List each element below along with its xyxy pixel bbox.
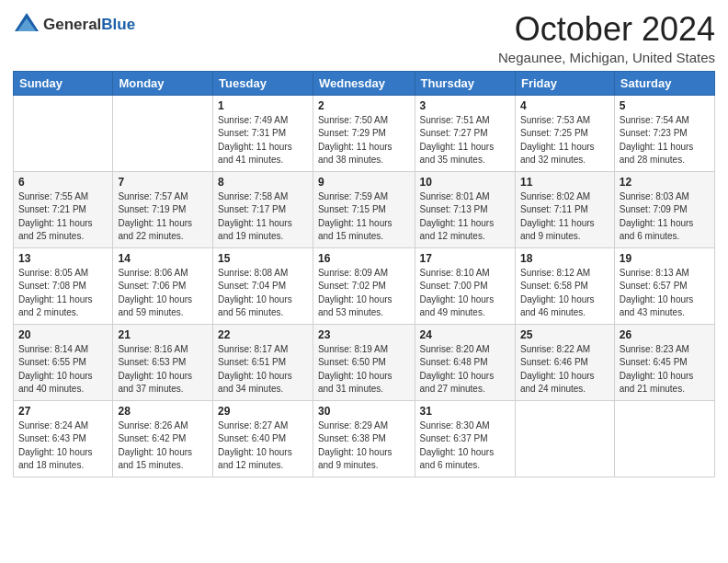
day-info: Sunrise: 7:53 AM Sunset: 7:25 PM Dayligh… [520, 114, 609, 167]
weekday-header: Tuesday [213, 71, 313, 95]
day-number: 5 [620, 99, 710, 112]
day-info: Sunrise: 7:50 AM Sunset: 7:29 PM Dayligh… [318, 114, 410, 167]
day-info: Sunrise: 8:16 AM Sunset: 6:53 PM Dayligh… [118, 343, 208, 396]
day-info: Sunrise: 7:49 AM Sunset: 7:31 PM Dayligh… [218, 114, 308, 167]
day-number: 13 [18, 252, 108, 265]
day-number: 11 [520, 176, 609, 189]
day-number: 16 [318, 252, 410, 265]
day-info: Sunrise: 8:23 AM Sunset: 6:45 PM Dayligh… [620, 343, 710, 396]
day-number: 7 [118, 176, 208, 189]
day-number: 15 [218, 252, 308, 265]
day-info: Sunrise: 7:57 AM Sunset: 7:19 PM Dayligh… [118, 190, 208, 244]
weekday-header-row: SundayMondayTuesdayWednesdayThursdayFrid… [14, 71, 715, 95]
day-info: Sunrise: 8:20 AM Sunset: 6:48 PM Dayligh… [420, 343, 510, 396]
day-info: Sunrise: 8:13 AM Sunset: 6:57 PM Dayligh… [620, 267, 710, 320]
calendar-cell: 30Sunrise: 8:29 AM Sunset: 6:38 PM Dayli… [313, 400, 415, 477]
day-info: Sunrise: 7:58 AM Sunset: 7:17 PM Dayligh… [218, 190, 308, 244]
logo-area: GeneralBlue [13, 11, 135, 39]
day-info: Sunrise: 8:29 AM Sunset: 6:38 PM Dayligh… [318, 419, 410, 473]
logo-icon [13, 11, 40, 39]
day-number: 10 [420, 176, 510, 189]
weekday-header: Monday [113, 71, 213, 95]
calendar-cell: 18Sunrise: 8:12 AM Sunset: 6:58 PM Dayli… [515, 247, 614, 324]
calendar-cell: 1Sunrise: 7:49 AM Sunset: 7:31 PM Daylig… [213, 95, 313, 171]
calendar-cell: 17Sunrise: 8:10 AM Sunset: 7:00 PM Dayli… [415, 247, 515, 324]
day-info: Sunrise: 8:02 AM Sunset: 7:11 PM Dayligh… [520, 190, 609, 244]
day-number: 12 [620, 176, 710, 189]
day-number: 1 [218, 99, 308, 112]
day-number: 8 [218, 176, 308, 189]
calendar-cell [515, 400, 614, 477]
day-info: Sunrise: 8:30 AM Sunset: 6:37 PM Dayligh… [420, 419, 510, 473]
day-info: Sunrise: 8:24 AM Sunset: 6:43 PM Dayligh… [18, 419, 108, 473]
logo-text: GeneralBlue [43, 16, 135, 34]
weekday-header: Thursday [415, 71, 515, 95]
calendar-cell: 25Sunrise: 8:22 AM Sunset: 6:46 PM Dayli… [515, 324, 614, 400]
calendar-cell: 22Sunrise: 8:17 AM Sunset: 6:51 PM Dayli… [213, 324, 313, 400]
day-info: Sunrise: 8:09 AM Sunset: 7:02 PM Dayligh… [318, 267, 410, 320]
calendar-cell: 23Sunrise: 8:19 AM Sunset: 6:50 PM Dayli… [313, 324, 415, 400]
day-number: 19 [620, 252, 710, 265]
calendar-cell: 26Sunrise: 8:23 AM Sunset: 6:45 PM Dayli… [614, 324, 714, 400]
day-number: 27 [18, 405, 108, 418]
calendar-week-row: 6Sunrise: 7:55 AM Sunset: 7:21 PM Daylig… [14, 171, 715, 247]
day-info: Sunrise: 8:08 AM Sunset: 7:04 PM Dayligh… [218, 267, 308, 320]
calendar-cell: 29Sunrise: 8:27 AM Sunset: 6:40 PM Dayli… [213, 400, 313, 477]
day-info: Sunrise: 7:59 AM Sunset: 7:15 PM Dayligh… [318, 190, 410, 244]
calendar-cell [614, 400, 714, 477]
day-number: 31 [420, 405, 510, 418]
day-info: Sunrise: 8:17 AM Sunset: 6:51 PM Dayligh… [218, 343, 308, 396]
day-number: 2 [318, 99, 410, 112]
day-number: 4 [520, 99, 609, 112]
calendar-week-row: 27Sunrise: 8:24 AM Sunset: 6:43 PM Dayli… [14, 400, 715, 477]
day-info: Sunrise: 7:51 AM Sunset: 7:27 PM Dayligh… [420, 114, 510, 167]
title-area: October 2024 Negaunee, Michigan, United … [498, 11, 715, 65]
day-info: Sunrise: 8:05 AM Sunset: 7:08 PM Dayligh… [18, 267, 108, 320]
calendar-cell: 8Sunrise: 7:58 AM Sunset: 7:17 PM Daylig… [213, 171, 313, 247]
day-number: 14 [118, 252, 208, 265]
day-number: 30 [318, 405, 410, 418]
weekday-header: Friday [515, 71, 614, 95]
logo-general: General [43, 16, 101, 33]
day-info: Sunrise: 8:12 AM Sunset: 6:58 PM Dayligh… [520, 267, 609, 320]
day-number: 21 [118, 328, 208, 341]
calendar-cell: 4Sunrise: 7:53 AM Sunset: 7:25 PM Daylig… [515, 95, 614, 171]
day-number: 29 [218, 405, 308, 418]
weekday-header: Sunday [14, 71, 113, 95]
day-number: 22 [218, 328, 308, 341]
day-number: 6 [18, 176, 108, 189]
weekday-header: Saturday [614, 71, 714, 95]
day-info: Sunrise: 8:14 AM Sunset: 6:55 PM Dayligh… [18, 343, 108, 396]
logo-wrapper: GeneralBlue [13, 11, 135, 39]
calendar-cell: 10Sunrise: 8:01 AM Sunset: 7:13 PM Dayli… [415, 171, 515, 247]
day-number: 17 [420, 252, 510, 265]
calendar: SundayMondayTuesdayWednesdayThursdayFrid… [13, 71, 715, 477]
header: GeneralBlue October 2024 Negaunee, Michi… [13, 11, 715, 65]
calendar-cell: 16Sunrise: 8:09 AM Sunset: 7:02 PM Dayli… [313, 247, 415, 324]
calendar-week-row: 13Sunrise: 8:05 AM Sunset: 7:08 PM Dayli… [14, 247, 715, 324]
calendar-cell: 2Sunrise: 7:50 AM Sunset: 7:29 PM Daylig… [313, 95, 415, 171]
day-number: 18 [520, 252, 609, 265]
calendar-cell: 3Sunrise: 7:51 AM Sunset: 7:27 PM Daylig… [415, 95, 515, 171]
location-title: Negaunee, Michigan, United States [498, 50, 715, 65]
day-number: 25 [520, 328, 609, 341]
day-info: Sunrise: 8:22 AM Sunset: 6:46 PM Dayligh… [520, 343, 609, 396]
day-info: Sunrise: 8:26 AM Sunset: 6:42 PM Dayligh… [118, 419, 208, 473]
calendar-cell: 27Sunrise: 8:24 AM Sunset: 6:43 PM Dayli… [14, 400, 113, 477]
calendar-cell: 11Sunrise: 8:02 AM Sunset: 7:11 PM Dayli… [515, 171, 614, 247]
calendar-cell: 14Sunrise: 8:06 AM Sunset: 7:06 PM Dayli… [113, 247, 213, 324]
month-title: October 2024 [498, 11, 715, 48]
calendar-week-row: 1Sunrise: 7:49 AM Sunset: 7:31 PM Daylig… [14, 95, 715, 171]
day-number: 20 [18, 328, 108, 341]
calendar-cell: 5Sunrise: 7:54 AM Sunset: 7:23 PM Daylig… [614, 95, 714, 171]
day-info: Sunrise: 8:27 AM Sunset: 6:40 PM Dayligh… [218, 419, 308, 473]
calendar-cell: 24Sunrise: 8:20 AM Sunset: 6:48 PM Dayli… [415, 324, 515, 400]
calendar-cell: 31Sunrise: 8:30 AM Sunset: 6:37 PM Dayli… [415, 400, 515, 477]
calendar-cell: 15Sunrise: 8:08 AM Sunset: 7:04 PM Dayli… [213, 247, 313, 324]
page: GeneralBlue October 2024 Negaunee, Michi… [0, 0, 728, 490]
day-number: 24 [420, 328, 510, 341]
day-number: 3 [420, 99, 510, 112]
day-info: Sunrise: 8:03 AM Sunset: 7:09 PM Dayligh… [620, 190, 710, 244]
day-number: 9 [318, 176, 410, 189]
calendar-cell: 12Sunrise: 8:03 AM Sunset: 7:09 PM Dayli… [614, 171, 714, 247]
